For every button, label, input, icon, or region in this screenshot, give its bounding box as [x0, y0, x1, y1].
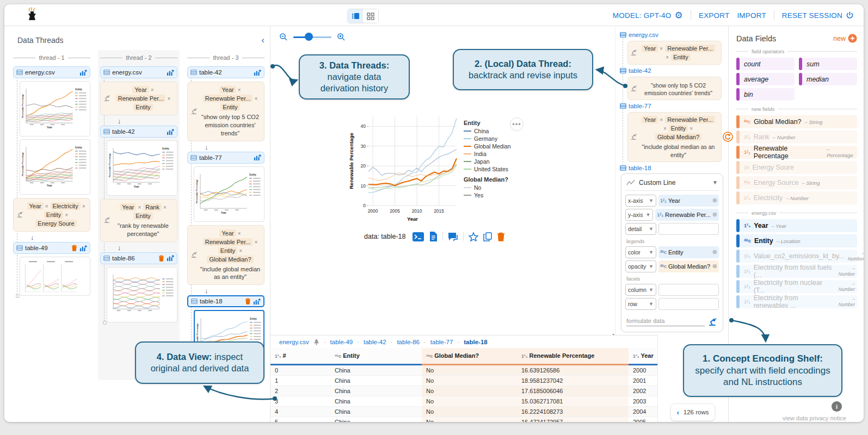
column-header-year[interactable]: 1²₃Year: [629, 348, 658, 365]
encoded-field-chip[interactable]: ᴬᵇcGlobal Median?⊗: [658, 260, 719, 272]
zoom-slider-thumb[interactable]: [305, 33, 313, 41]
remove-chip-icon[interactable]: ×: [660, 46, 663, 52]
data-field-rank[interactable]: 1²₃Rank– Number: [736, 130, 857, 144]
encoded-field-chip[interactable]: ᴬᵇcEntity⊗: [658, 246, 719, 258]
field-chip[interactable]: Entity: [133, 103, 153, 111]
field-chip[interactable]: Electricity: [51, 202, 81, 210]
table-card-table-42[interactable]: table-42: [187, 66, 264, 78]
channel-select-y-axis[interactable]: y-axis▼: [625, 209, 653, 221]
data-tab-table-49[interactable]: table-49: [330, 339, 353, 345]
plus-circle-icon[interactable]: [848, 34, 857, 43]
refresh-icon[interactable]: [723, 132, 733, 142]
table-link-table-42[interactable]: table-42: [620, 67, 655, 74]
export-button[interactable]: EXPORT: [699, 11, 729, 20]
chart-thumbnail[interactable]: EntityYearRenewable Percentage: [194, 166, 264, 222]
gear-icon[interactable]: ⚙: [674, 11, 682, 20]
data-field-electricity-from-renewables-[interactable]: 1²₃Electricity from renewables ...– Numb…: [736, 295, 857, 308]
formulate-data-input[interactable]: formulate data: [626, 316, 705, 326]
field-chip[interactable]: Year: [642, 45, 658, 52]
empty-encoding-slot[interactable]: [658, 284, 719, 296]
remove-chip-icon[interactable]: ×: [238, 87, 241, 93]
reset-session-button[interactable]: RESET SESSION: [782, 11, 854, 20]
data-field-energy-source[interactable]: ᴬᵇcEnergy Source– String: [736, 176, 857, 189]
field-chip[interactable]: Global Median?: [207, 256, 253, 263]
copy-icon[interactable]: [483, 232, 492, 241]
field-chip[interactable]: Renewable Per...: [203, 95, 253, 102]
data-field-renewable-percentage[interactable]: 1²₃Renewable Percentage– Percentage: [736, 146, 857, 159]
encoded-field-chip[interactable]: 1²₃Year⊗: [658, 195, 719, 207]
zoom-in-icon[interactable]: [337, 33, 346, 41]
data-tab-table-77[interactable]: table-77: [430, 339, 453, 345]
data-field-value-co2-emissions-kt-by-[interactable]: 1²₃Value_co2_emissions_kt_by...– Number: [736, 250, 857, 263]
field-chip[interactable]: Year: [642, 116, 658, 123]
field-chip[interactable]: Year: [132, 86, 149, 94]
create-chart-icon[interactable]: [253, 298, 261, 305]
empty-encoding-slot[interactable]: [658, 298, 719, 310]
zoom-out-icon[interactable]: [279, 33, 288, 41]
chart-type-selector[interactable]: Custom Line ▼: [625, 178, 719, 191]
column-header-renewable-percentage[interactable]: 1²₃Renewable Percentage: [517, 348, 629, 365]
remove-chip-icon[interactable]: ×: [82, 203, 85, 209]
clear-field-icon[interactable]: ⊗: [712, 211, 717, 218]
create-chart-icon[interactable]: [254, 69, 261, 76]
create-chart-icon[interactable]: [167, 254, 174, 262]
remove-chip-icon[interactable]: ×: [254, 96, 257, 102]
remove-chip-icon[interactable]: ×: [138, 204, 141, 210]
clear-field-icon[interactable]: ⊗: [712, 263, 717, 270]
collapse-panel-icon[interactable]: ‹: [261, 35, 264, 46]
chart-thumbnail[interactable]: [107, 267, 177, 322]
chart-thumbnail[interactable]: [20, 257, 90, 296]
chart-thumbnail[interactable]: EntityYearRenewable Percentage: [194, 310, 264, 366]
chart-thumbnail[interactable]: EntityYearRenewable Percentage: [107, 140, 177, 196]
model-button[interactable]: MODEL: GPT-4O⚙: [613, 11, 683, 20]
table-card-energy.csv[interactable]: energy.csv: [13, 66, 90, 78]
remove-chip-icon[interactable]: ×: [663, 126, 667, 132]
table-link-table-18[interactable]: table-18: [620, 165, 655, 171]
field-chip[interactable]: Renewable Per...: [116, 95, 166, 102]
remove-chip-icon[interactable]: ×: [45, 203, 48, 209]
field-chip[interactable]: Rank: [143, 203, 162, 211]
data-field-year[interactable]: 1²₃Year– Year: [736, 219, 857, 232]
delete-chart-icon[interactable]: [497, 232, 505, 241]
delete-icon[interactable]: [245, 298, 251, 304]
grid-view-button[interactable]: [363, 9, 378, 23]
field-chip[interactable]: Entity: [44, 211, 64, 219]
data-tab-table-86[interactable]: table-86: [397, 339, 420, 345]
table-card-table-86[interactable]: table-86: [100, 252, 177, 264]
field-chip[interactable]: Year: [219, 229, 236, 237]
data-field-global-median-[interactable]: ᴬᵇcGlobal Median?– String: [736, 115, 857, 128]
operator-chip-median[interactable]: median: [799, 73, 857, 85]
delete-icon[interactable]: [158, 255, 164, 262]
field-chip[interactable]: Entity: [218, 247, 238, 254]
chart-thumbnail[interactable]: EntityYearRenewable Percentage: [20, 81, 90, 136]
channel-select-column[interactable]: column▼: [625, 284, 656, 296]
field-chip[interactable]: Renewable Per...: [203, 238, 253, 246]
remove-chip-icon[interactable]: ×: [690, 126, 693, 132]
data-field-entity[interactable]: ᴬᵇcEntity– Location: [736, 234, 857, 247]
empty-encoding-slot[interactable]: [658, 223, 719, 235]
clear-field-icon[interactable]: ⊗: [712, 197, 717, 204]
column-header-global-median-[interactable]: ᴬᵇcGlobal Median?: [422, 348, 517, 365]
table-card-table-42[interactable]: table-42: [100, 126, 177, 138]
table-card-table-77[interactable]: table-77: [187, 152, 264, 164]
chat-icon[interactable]: [448, 232, 458, 241]
clear-field-icon[interactable]: ⊗: [712, 248, 717, 256]
data-field-electricity[interactable]: 1²₃Electricity– Number: [736, 191, 857, 204]
field-chip[interactable]: Global Median?: [655, 133, 701, 141]
field-chip[interactable]: Renewable Per...: [665, 45, 715, 52]
remove-chip-icon[interactable]: ×: [65, 212, 68, 218]
channel-select-color[interactable]: color▼: [625, 246, 656, 258]
field-chip[interactable]: Entity: [220, 103, 240, 111]
list-view-button[interactable]: [348, 9, 363, 23]
chart-thumbnail[interactable]: EntityYearRenewable Percentage: [20, 139, 90, 195]
field-chip[interactable]: Entity: [133, 212, 153, 220]
chevron-left-icon[interactable]: ‹: [676, 408, 679, 417]
create-chart-icon[interactable]: [167, 128, 174, 135]
data-tab-table-18[interactable]: table-18: [464, 339, 487, 345]
field-chip[interactable]: Entity: [669, 125, 688, 132]
channel-select-x-axis[interactable]: x-axis▼: [625, 195, 656, 207]
data-field-energy-soure[interactable]: ƒxEnergy Soure: [736, 161, 857, 174]
table-link-energy.csv[interactable]: energy.csv: [620, 32, 662, 38]
delete-icon[interactable]: [71, 245, 77, 251]
encoded-field-chip[interactable]: 1²₃Renewable Per...⊗: [655, 209, 719, 221]
